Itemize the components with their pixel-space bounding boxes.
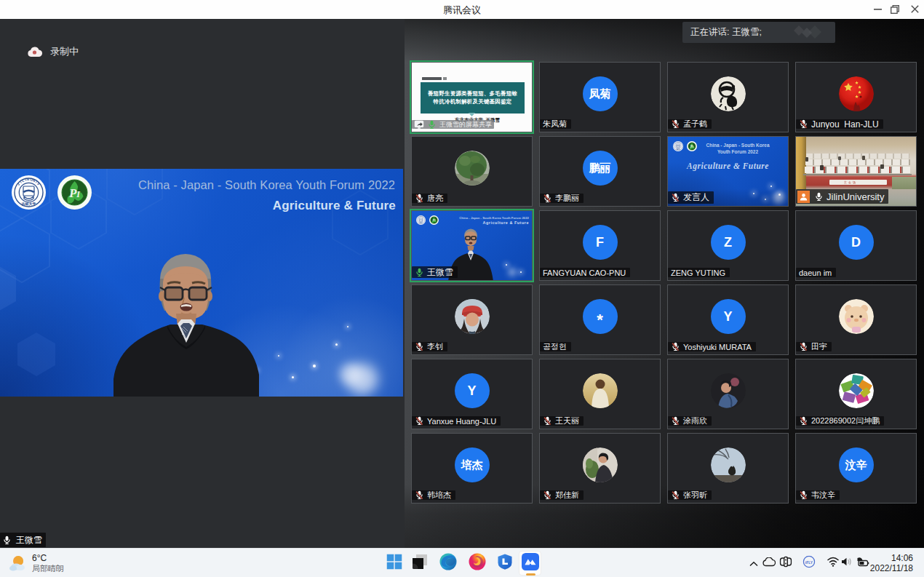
svg-text:吉林大学: 吉林大学 bbox=[21, 202, 36, 207]
svg-text:PI: PI bbox=[432, 218, 436, 222]
svg-text:iFLY: iFLY bbox=[805, 560, 813, 564]
svg-text:N: N bbox=[421, 216, 421, 217]
